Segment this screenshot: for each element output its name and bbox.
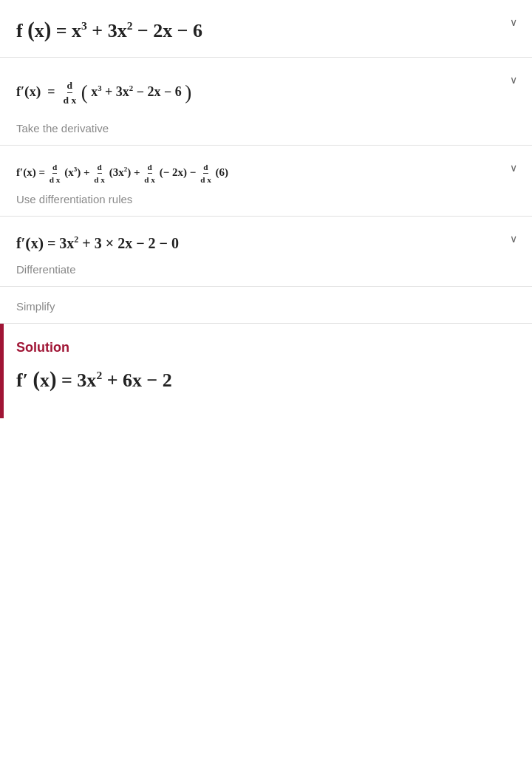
top-formula-display: f (x) = x3 + 3x2 − 2x − 6: [16, 20, 202, 41]
step2-formula: f′(x) = d d x (x3) + d d x (3x2) + d d x…: [16, 159, 516, 185]
step1-formula: f′(x) = d d x ( x3 + 3x2 − 2x − 6 ): [16, 71, 516, 115]
step1-label: Take the derivative: [16, 122, 516, 134]
step3-label: Differentiate: [16, 263, 516, 276]
derivative-fraction: d d x: [64, 79, 77, 107]
step1-section: f′(x) = d d x ( x3 + 3x2 − 2x − 6 ) Take…: [0, 58, 532, 146]
step3-section: f′(x) = 3x2 + 3 × 2x − 2 − 0 Differentia…: [0, 217, 532, 287]
solution-section: Solution f′ (x) = 3x2 + 6x − 2: [0, 324, 532, 418]
step4-section: Simplify: [0, 287, 532, 324]
step2-chevron[interactable]: ∨: [510, 162, 517, 174]
step3-formula: f′(x) = 3x2 + 3 × 2x − 2 − 0: [16, 230, 516, 256]
top-formula-chevron[interactable]: ∨: [510, 16, 517, 29]
step1-chevron[interactable]: ∨: [510, 74, 517, 86]
top-formula-section: f (x) = x3 + 3x2 − 2x − 6 ∨: [0, 0, 532, 57]
step2-section: f′(x) = d d x (x3) + d d x (3x2) + d d x…: [0, 146, 532, 217]
solution-label: Solution: [16, 340, 516, 355]
step3-chevron[interactable]: ∨: [510, 233, 517, 245]
step2-label: Use differentiation rules: [16, 193, 516, 205]
step4-label: Simplify: [16, 300, 516, 313]
solution-formula: f′ (x) = 3x2 + 6x − 2: [16, 364, 516, 396]
